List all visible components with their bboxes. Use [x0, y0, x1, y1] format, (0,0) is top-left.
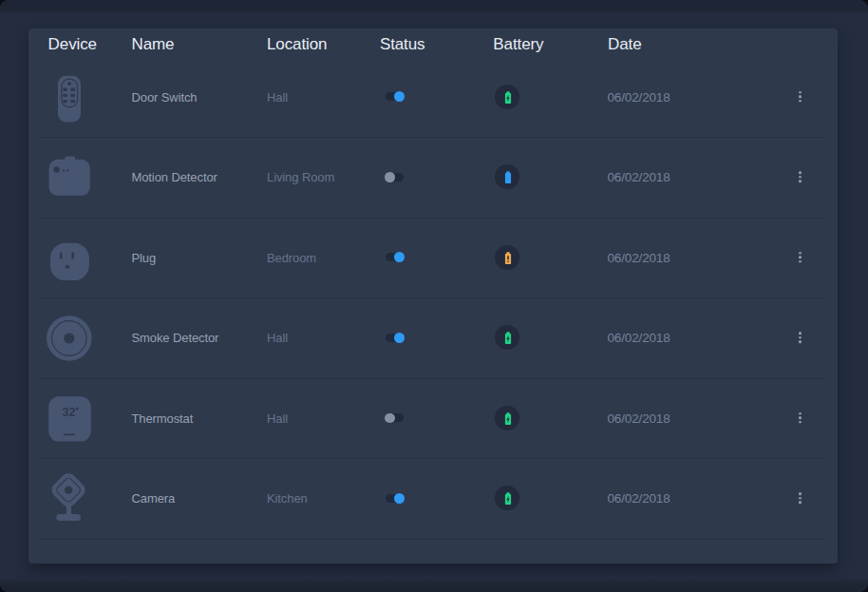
- svg-text:32: 32: [63, 405, 76, 418]
